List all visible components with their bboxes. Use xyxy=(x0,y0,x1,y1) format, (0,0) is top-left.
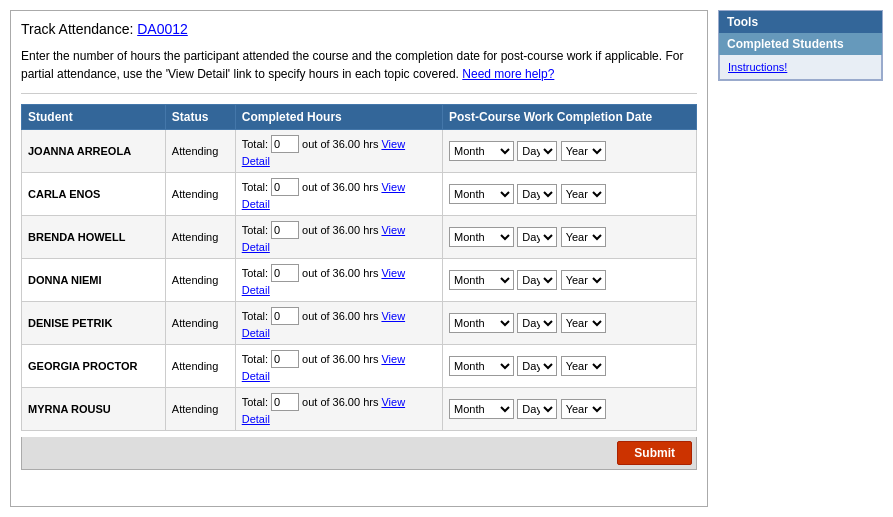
student-name-cell: CARLA ENOS xyxy=(22,173,166,216)
course-id-link[interactable]: DA0012 xyxy=(137,21,188,37)
day-select[interactable]: Day xyxy=(517,227,557,247)
hours-input[interactable] xyxy=(271,264,299,282)
table-row: DENISE PETRIKAttendingTotal: out of 36.0… xyxy=(22,302,697,345)
status-cell: Attending xyxy=(165,173,235,216)
month-select[interactable]: Month xyxy=(449,399,514,419)
total-label: Total: xyxy=(242,138,268,150)
total-label: Total: xyxy=(242,181,268,193)
view-link[interactable]: View xyxy=(381,396,405,408)
hours-cell: Total: out of 36.00 hrs ViewDetail xyxy=(235,130,442,173)
total-hrs: 36.00 hrs xyxy=(333,138,379,150)
detail-link[interactable]: Detail xyxy=(242,198,270,210)
day-select[interactable]: Day xyxy=(517,270,557,290)
hours-input[interactable] xyxy=(271,393,299,411)
hours-cell: Total: out of 36.00 hrs ViewDetail xyxy=(235,259,442,302)
total-label: Total: xyxy=(242,224,268,236)
month-select[interactable]: Month xyxy=(449,184,514,204)
total-label: Total: xyxy=(242,310,268,322)
hours-input[interactable] xyxy=(271,135,299,153)
view-link[interactable]: View xyxy=(381,181,405,193)
table-row: CARLA ENOSAttendingTotal: out of 36.00 h… xyxy=(22,173,697,216)
table-row: JOANNA ARREOLAAttendingTotal: out of 36.… xyxy=(22,130,697,173)
student-name: MYRNA ROUSU xyxy=(28,403,111,415)
student-name: DENISE PETRIK xyxy=(28,317,112,329)
need-more-help-link[interactable]: Need more help? xyxy=(462,67,554,81)
year-select[interactable]: Year xyxy=(561,184,606,204)
instructions-link[interactable]: Instructions! xyxy=(728,61,787,73)
view-link[interactable]: View xyxy=(381,267,405,279)
status-cell: Attending xyxy=(165,345,235,388)
out-of-label: out of xyxy=(302,181,330,193)
student-name-cell: DENISE PETRIK xyxy=(22,302,166,345)
date-cell: Month Day Year xyxy=(442,130,696,173)
hours-input[interactable] xyxy=(271,307,299,325)
status-cell: Attending xyxy=(165,302,235,345)
table-row: BRENDA HOWELLAttendingTotal: out of 36.0… xyxy=(22,216,697,259)
attendance-table: Student Status Completed Hours Post-Cour… xyxy=(21,104,697,431)
day-select[interactable]: Day xyxy=(517,313,557,333)
hours-cell: Total: out of 36.00 hrs ViewDetail xyxy=(235,388,442,431)
month-select[interactable]: Month xyxy=(449,356,514,376)
hours-cell: Total: out of 36.00 hrs ViewDetail xyxy=(235,216,442,259)
out-of-label: out of xyxy=(302,396,330,408)
view-link[interactable]: View xyxy=(381,224,405,236)
year-select[interactable]: Year xyxy=(561,270,606,290)
tools-header: Tools xyxy=(719,11,882,33)
year-select[interactable]: Year xyxy=(561,356,606,376)
completed-students-header: Completed Students xyxy=(719,33,882,55)
year-select[interactable]: Year xyxy=(561,313,606,333)
year-select[interactable]: Year xyxy=(561,399,606,419)
student-name-cell: GEORGIA PROCTOR xyxy=(22,345,166,388)
detail-link[interactable]: Detail xyxy=(242,413,270,425)
date-cell: Month Day Year xyxy=(442,216,696,259)
student-name: GEORGIA PROCTOR xyxy=(28,360,137,372)
intro-paragraph: Enter the number of hours the participan… xyxy=(21,47,697,83)
detail-link[interactable]: Detail xyxy=(242,284,270,296)
divider xyxy=(21,93,697,94)
total-hrs: 36.00 hrs xyxy=(333,224,379,236)
student-name: DONNA NIEMI xyxy=(28,274,102,286)
detail-link[interactable]: Detail xyxy=(242,155,270,167)
date-cell: Month Day Year xyxy=(442,345,696,388)
year-select[interactable]: Year xyxy=(561,227,606,247)
view-link[interactable]: View xyxy=(381,310,405,322)
student-name: BRENDA HOWELL xyxy=(28,231,125,243)
month-select[interactable]: Month xyxy=(449,227,514,247)
day-select[interactable]: Day xyxy=(517,184,557,204)
hours-input[interactable] xyxy=(271,221,299,239)
col-header-status: Status xyxy=(165,105,235,130)
tools-body: Instructions! xyxy=(719,55,882,80)
student-name-cell: MYRNA ROUSU xyxy=(22,388,166,431)
month-select[interactable]: Month xyxy=(449,270,514,290)
student-name: CARLA ENOS xyxy=(28,188,100,200)
student-name-cell: DONNA NIEMI xyxy=(22,259,166,302)
total-label: Total: xyxy=(242,396,268,408)
submit-button[interactable]: Submit xyxy=(617,441,692,465)
total-label: Total: xyxy=(242,267,268,279)
status-cell: Attending xyxy=(165,216,235,259)
detail-link[interactable]: Detail xyxy=(242,241,270,253)
col-header-student: Student xyxy=(22,105,166,130)
sidebar: Tools Completed Students Instructions! xyxy=(718,10,883,507)
month-select[interactable]: Month xyxy=(449,313,514,333)
view-link[interactable]: View xyxy=(381,353,405,365)
day-select[interactable]: Day xyxy=(517,356,557,376)
month-select[interactable]: Month xyxy=(449,141,514,161)
view-link[interactable]: View xyxy=(381,138,405,150)
tools-box: Tools Completed Students Instructions! xyxy=(718,10,883,81)
hours-input[interactable] xyxy=(271,350,299,368)
table-row: DONNA NIEMIAttendingTotal: out of 36.00 … xyxy=(22,259,697,302)
out-of-label: out of xyxy=(302,310,330,322)
hours-input[interactable] xyxy=(271,178,299,196)
total-hrs: 36.00 hrs xyxy=(333,353,379,365)
hours-cell: Total: out of 36.00 hrs ViewDetail xyxy=(235,302,442,345)
total-hrs: 36.00 hrs xyxy=(333,396,379,408)
date-cell: Month Day Year xyxy=(442,173,696,216)
year-select[interactable]: Year xyxy=(561,141,606,161)
date-cell: Month Day Year xyxy=(442,388,696,431)
day-select[interactable]: Day xyxy=(517,141,557,161)
detail-link[interactable]: Detail xyxy=(242,327,270,339)
detail-link[interactable]: Detail xyxy=(242,370,270,382)
day-select[interactable]: Day xyxy=(517,399,557,419)
col-header-date: Post-Course Work Completion Date xyxy=(442,105,696,130)
